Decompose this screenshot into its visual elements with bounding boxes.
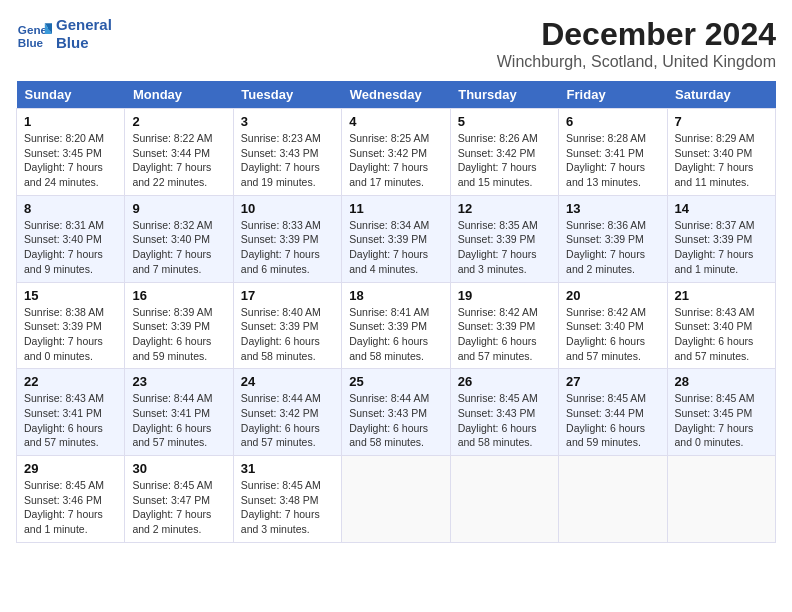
sunset-label: Sunset: [349,147,388,159]
sunrise-label: Sunrise: [24,219,65,231]
sunrise-label: Sunrise: [675,306,716,318]
calendar-cell: 26 Sunrise: 8:45 AM Sunset: 3:43 PM Dayl… [450,369,558,456]
sunrise-label: Sunrise: [241,306,282,318]
day-number: 28 [675,374,768,389]
calendar-cell: 23 Sunrise: 8:44 AM Sunset: 3:41 PM Dayl… [125,369,233,456]
main-title: December 2024 [497,16,776,53]
sunrise-time: 8:29 AM [716,132,755,144]
daylight-label: Daylight: [349,161,393,173]
sunset-label: Sunset: [24,494,63,506]
sunrise-time: 8:45 AM [65,479,104,491]
sunrise-label: Sunrise: [675,132,716,144]
sunset-time: 3:46 PM [63,494,102,506]
sunset-label: Sunset: [241,320,280,332]
calendar-cell: 21 Sunrise: 8:43 AM Sunset: 3:40 PM Dayl… [667,282,775,369]
sunrise-label: Sunrise: [132,392,173,404]
sunset-time: 3:39 PM [171,320,210,332]
daylight-label: Daylight: [241,335,285,347]
day-info: Sunrise: 8:41 AM Sunset: 3:39 PM Dayligh… [349,305,442,364]
sunrise-label: Sunrise: [241,132,282,144]
sunset-label: Sunset: [132,147,171,159]
sunset-label: Sunset: [24,233,63,245]
daylight-label: Daylight: [675,422,719,434]
sunset-time: 3:41 PM [171,407,210,419]
day-number: 4 [349,114,442,129]
day-info: Sunrise: 8:45 AM Sunset: 3:43 PM Dayligh… [458,391,551,450]
sunset-label: Sunset: [566,407,605,419]
daylight-label: Daylight: [566,248,610,260]
weekday-header-tuesday: Tuesday [233,81,341,109]
sunrise-label: Sunrise: [24,132,65,144]
weekday-header-thursday: Thursday [450,81,558,109]
calendar-cell: 10 Sunrise: 8:33 AM Sunset: 3:39 PM Dayl… [233,195,341,282]
day-number: 18 [349,288,442,303]
day-number: 14 [675,201,768,216]
daylight-label: Daylight: [24,248,68,260]
day-info: Sunrise: 8:45 AM Sunset: 3:47 PM Dayligh… [132,478,225,537]
sunrise-label: Sunrise: [349,219,390,231]
sunset-label: Sunset: [132,320,171,332]
weekday-header-wednesday: Wednesday [342,81,450,109]
day-info: Sunrise: 8:33 AM Sunset: 3:39 PM Dayligh… [241,218,334,277]
calendar-cell: 19 Sunrise: 8:42 AM Sunset: 3:39 PM Dayl… [450,282,558,369]
sunrise-time: 8:43 AM [65,392,104,404]
sunrise-time: 8:41 AM [391,306,430,318]
sunset-label: Sunset: [132,494,171,506]
sunset-time: 3:42 PM [496,147,535,159]
sunrise-label: Sunrise: [458,306,499,318]
sunset-time: 3:42 PM [388,147,427,159]
sunset-label: Sunset: [24,407,63,419]
sunrise-time: 8:44 AM [174,392,213,404]
sunset-time: 3:45 PM [713,407,752,419]
daylight-label: Daylight: [241,161,285,173]
daylight-label: Daylight: [241,422,285,434]
calendar-cell: 12 Sunrise: 8:35 AM Sunset: 3:39 PM Dayl… [450,195,558,282]
daylight-label: Daylight: [349,248,393,260]
sunrise-time: 8:34 AM [391,219,430,231]
sunset-label: Sunset: [349,320,388,332]
day-number: 1 [24,114,117,129]
calendar-cell: 2 Sunrise: 8:22 AM Sunset: 3:44 PM Dayli… [125,109,233,196]
sunset-label: Sunset: [241,494,280,506]
sunset-time: 3:39 PM [388,320,427,332]
sunset-label: Sunset: [349,233,388,245]
sunset-time: 3:40 PM [713,320,752,332]
sunset-label: Sunset: [24,320,63,332]
day-info: Sunrise: 8:45 AM Sunset: 3:48 PM Dayligh… [241,478,334,537]
sunrise-time: 8:36 AM [608,219,647,231]
sunset-time: 3:39 PM [279,233,318,245]
sunset-time: 3:40 PM [605,320,644,332]
logo: General Blue General Blue [16,16,112,52]
sunset-label: Sunset: [458,147,497,159]
sunset-label: Sunset: [241,147,280,159]
logo-icon: General Blue [16,16,52,52]
sunset-label: Sunset: [566,147,605,159]
weekday-header-friday: Friday [559,81,667,109]
sunrise-label: Sunrise: [349,132,390,144]
calendar-cell: 4 Sunrise: 8:25 AM Sunset: 3:42 PM Dayli… [342,109,450,196]
day-info: Sunrise: 8:35 AM Sunset: 3:39 PM Dayligh… [458,218,551,277]
sunset-time: 3:43 PM [496,407,535,419]
day-info: Sunrise: 8:29 AM Sunset: 3:40 PM Dayligh… [675,131,768,190]
sunset-label: Sunset: [675,147,714,159]
sunrise-time: 8:42 AM [608,306,647,318]
calendar-cell: 17 Sunrise: 8:40 AM Sunset: 3:39 PM Dayl… [233,282,341,369]
calendar-cell [450,456,558,543]
logo-text-line2: Blue [56,34,112,52]
day-number: 29 [24,461,117,476]
day-number: 27 [566,374,659,389]
day-number: 12 [458,201,551,216]
sunset-time: 3:42 PM [279,407,318,419]
calendar-cell: 25 Sunrise: 8:44 AM Sunset: 3:43 PM Dayl… [342,369,450,456]
sunset-time: 3:40 PM [713,147,752,159]
day-number: 17 [241,288,334,303]
sunset-time: 3:39 PM [713,233,752,245]
daylight-label: Daylight: [132,335,176,347]
daylight-label: Daylight: [566,335,610,347]
subtitle: Winchburgh, Scotland, United Kingdom [497,53,776,71]
day-info: Sunrise: 8:25 AM Sunset: 3:42 PM Dayligh… [349,131,442,190]
sunset-time: 3:44 PM [171,147,210,159]
daylight-label: Daylight: [349,335,393,347]
calendar-cell: 8 Sunrise: 8:31 AM Sunset: 3:40 PM Dayli… [17,195,125,282]
weekday-header-sunday: Sunday [17,81,125,109]
